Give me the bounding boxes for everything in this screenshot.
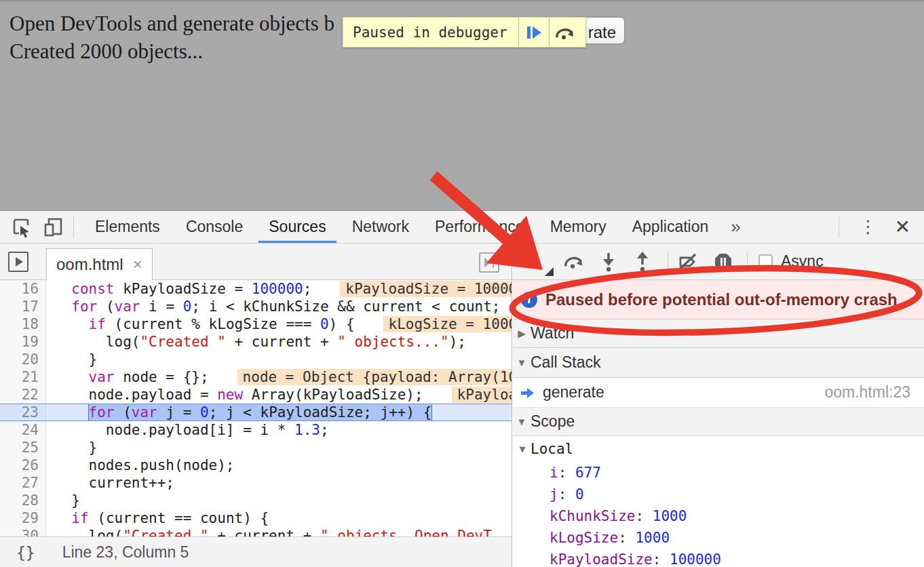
- file-tab-oom-html[interactable]: oom.html ×: [46, 248, 153, 280]
- devtools-menu-button[interactable]: ⋮: [847, 216, 889, 237]
- line-number[interactable]: 29: [0, 509, 46, 527]
- code-text[interactable]: log("Created " + current + " objects..."…: [46, 333, 512, 351]
- debugger-toolbar: Async: [513, 243, 924, 280]
- resume-button[interactable]: [522, 252, 543, 272]
- file-tab-strip: oom.html ×: [0, 243, 512, 280]
- scope-variable-j[interactable]: j: 0: [513, 484, 924, 505]
- code-token: (current == count) {: [89, 510, 269, 526]
- scope-variable-i[interactable]: i: 677: [513, 462, 924, 484]
- code-text[interactable]: var node = {};node = Object {payload: Ar…: [46, 368, 512, 386]
- tab-memory[interactable]: Memory: [537, 211, 619, 243]
- pause-on-exceptions-icon: [714, 252, 733, 271]
- overlay-resume-button[interactable]: [518, 18, 549, 47]
- code-line-28: 28 }: [0, 492, 512, 509]
- code-text[interactable]: current++;: [46, 474, 512, 492]
- line-number[interactable]: 16: [0, 280, 46, 298]
- variable-value: 100000: [670, 551, 721, 567]
- scope-pane: ▼ Local i: 677j: 0kChunkSize: 1000kLogSi…: [513, 436, 924, 567]
- line-number[interactable]: 24: [0, 421, 46, 439]
- code-text[interactable]: node.payload = new Array(kPayloadSize);k…: [46, 386, 512, 404]
- toolbar-separator: [73, 217, 74, 237]
- toggle-device-toolbar-button[interactable]: [42, 216, 65, 239]
- inspect-element-button[interactable]: [9, 216, 33, 239]
- toggle-navigator-button[interactable]: [8, 252, 28, 272]
- code-text[interactable]: node.payload[i] = i * 1.3;: [46, 421, 512, 439]
- line-number[interactable]: 18: [0, 315, 46, 333]
- line-number[interactable]: 20: [0, 351, 46, 368]
- variable-name: i: [550, 465, 558, 481]
- tab-performance[interactable]: Performance: [422, 211, 537, 243]
- step-out-button[interactable]: [632, 252, 653, 272]
- code-token: }: [54, 351, 97, 368]
- code-token: ) {: [329, 316, 355, 332]
- code-text[interactable]: }: [46, 492, 512, 509]
- pause-on-exceptions-button[interactable]: [713, 252, 733, 272]
- scope-variable-kPayloadSize[interactable]: kPayloadSize: 100000: [513, 549, 924, 567]
- tab-elements[interactable]: Elements: [82, 211, 173, 243]
- line-number[interactable]: 26: [0, 456, 46, 474]
- file-tab-close-icon[interactable]: ×: [133, 255, 142, 274]
- toggle-preview-button[interactable]: [479, 252, 499, 273]
- code-line-23: 23 for (var j = 0; j < kPayloadSize; j++…: [0, 404, 512, 421]
- deactivate-breakpoints-button[interactable]: [678, 252, 698, 272]
- code-token: [54, 281, 71, 297]
- step-into-button[interactable]: [598, 252, 619, 272]
- async-checkbox[interactable]: [758, 254, 773, 269]
- toolbar-separator: [839, 217, 839, 237]
- code-token: + current +: [209, 528, 320, 536]
- execution-highlight: for (var j = 0; j < kPayloadSize; j++) {: [89, 404, 432, 421]
- code-text[interactable]: for (var i = 0; i < kChunkSize && curren…: [46, 298, 512, 315]
- tab-network[interactable]: Network: [339, 211, 422, 243]
- line-number[interactable]: 23: [0, 404, 46, 421]
- variable-value: 0: [575, 486, 584, 503]
- code-token: var: [132, 404, 157, 421]
- line-number[interactable]: 25: [0, 439, 46, 456]
- tab-sources[interactable]: Sources: [256, 211, 339, 243]
- code-text[interactable]: log("Created " + current + " objects. Op…: [46, 527, 512, 536]
- step-over-button[interactable]: [563, 252, 583, 272]
- code-line-27: 27 current++;: [0, 474, 512, 492]
- frame-source-location[interactable]: oom.html:23: [824, 383, 910, 402]
- variable-separator: :: [653, 551, 670, 567]
- line-number[interactable]: 17: [0, 298, 46, 315]
- devtools-close-button[interactable]: ✕: [889, 216, 924, 238]
- code-token: if: [71, 510, 88, 526]
- code-text[interactable]: if (current % kLogSize === 0) {kLogSize …: [46, 315, 512, 333]
- tab-console[interactable]: Console: [173, 211, 256, 243]
- page-text: Open DevTools and generate objects b Cre…: [9, 9, 334, 65]
- current-frame-arrow-icon: [520, 386, 536, 399]
- code-text[interactable]: }: [46, 351, 512, 368]
- scope-local-group[interactable]: ▼ Local: [513, 436, 924, 462]
- pretty-print-button[interactable]: {}: [16, 544, 35, 562]
- scope-variable-kChunkSize[interactable]: kChunkSize: 1000: [513, 505, 924, 527]
- scope-variable-kLogSize[interactable]: kLogSize: 1000: [513, 527, 924, 549]
- scope-section-header[interactable]: ▼ Scope: [513, 408, 924, 436]
- code-editor[interactable]: 16 const kPayloadSize = 100000;kPayloadS…: [0, 280, 512, 536]
- call-stack-section-header[interactable]: ▼ Call Stack: [513, 348, 924, 378]
- line-number[interactable]: 28: [0, 492, 46, 509]
- devtools-panel: ElementsConsoleSourcesNetworkPerformance…: [0, 210, 924, 567]
- more-tabs-button[interactable]: »: [721, 216, 750, 237]
- code-token: current++;: [54, 475, 174, 491]
- code-text[interactable]: nodes.push(node);: [46, 456, 512, 474]
- overlay-step-over-button[interactable]: [549, 18, 579, 47]
- preview-toggle-icon: [484, 258, 491, 267]
- line-number[interactable]: 27: [0, 474, 46, 492]
- code-token: [54, 298, 71, 315]
- code-text[interactable]: }: [46, 439, 512, 456]
- line-number[interactable]: 22: [0, 386, 46, 404]
- line-number[interactable]: 19: [0, 333, 46, 351]
- code-line-29: 29 if (current == count) {: [0, 509, 512, 527]
- scope-variables: i: 677j: 0kChunkSize: 1000kLogSize: 1000…: [513, 462, 924, 567]
- code-token: [54, 316, 89, 332]
- code-token: 0: [320, 316, 329, 332]
- code-text[interactable]: if (current == count) {: [46, 509, 512, 527]
- code-token: node.payload[i] = i *: [54, 422, 294, 438]
- tab-application[interactable]: Application: [619, 211, 722, 243]
- line-number[interactable]: 30: [0, 527, 46, 536]
- line-number[interactable]: 21: [0, 368, 46, 386]
- code-text[interactable]: const kPayloadSize = 100000;kPayloadSize…: [46, 280, 512, 298]
- call-stack-frame[interactable]: generate oom.html:23: [513, 378, 924, 408]
- code-text[interactable]: for (var j = 0; j < kPayloadSize; j++) {: [46, 404, 512, 421]
- watch-section-header[interactable]: ▶ Watch: [513, 319, 924, 348]
